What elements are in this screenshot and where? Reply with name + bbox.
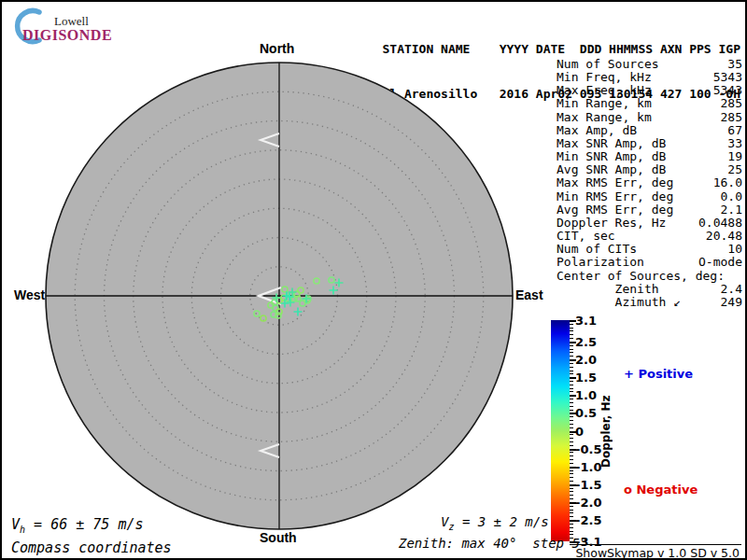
stat-label: Avg SNR Amp, dB — [557, 163, 666, 176]
stat-label: Max SNR Amp, dB — [557, 137, 666, 150]
compass-label-north: North — [260, 41, 294, 56]
colorbar-tick — [570, 459, 573, 460]
colorbar-tick-label: 1.0 — [575, 388, 597, 402]
stat-value: 249 — [721, 296, 742, 309]
colorbar-tick-label: 0 — [575, 425, 584, 439]
stat-label: Min SNR Amp, dB — [557, 150, 666, 163]
stat-label: Max Range, km — [557, 111, 652, 124]
stat-value: 285 — [721, 97, 742, 110]
stat-value: 285 — [721, 111, 742, 124]
stat-label: CIT, sec — [557, 230, 615, 243]
stat-label: Avg RMS Err, deg — [557, 203, 673, 217]
legend-negative: o Negative — [624, 483, 698, 497]
stat-row: Max RMS Err, deg16.0 — [557, 176, 742, 189]
measurement-stats-panel: Num of Sources35Min Freq, kHz5343Max Fre… — [557, 58, 742, 309]
colorbar-tick — [570, 424, 573, 425]
colorbar-tick-label: 0.5 — [575, 406, 597, 420]
colorbar-tick — [570, 527, 573, 528]
stat-label: Doppler Res, Hz — [557, 217, 666, 230]
stat-value: 19 — [727, 150, 742, 163]
stat-row: Max Amp, dB67 — [557, 124, 742, 137]
colorbar-tick — [570, 416, 573, 417]
vertical-velocity-value: Vz = 3 ± 2 m/s — [441, 514, 549, 532]
legend-positive-label: Positive — [634, 367, 693, 381]
stat-label: Polarization — [557, 256, 644, 269]
stat-row: Num of CITs10 — [557, 243, 742, 256]
stat-label: Max RMS Err, deg — [557, 176, 673, 189]
stat-value: 67 — [727, 124, 742, 137]
legend-negative-label: Negative — [632, 483, 698, 497]
circle-marker-icon: o — [624, 483, 632, 497]
colorbar-tick — [570, 463, 573, 464]
colorbar-tick — [570, 373, 573, 374]
stat-row: Min Freq, kHz5343 — [557, 71, 742, 84]
colorbar-tick — [570, 356, 573, 357]
zenith-scale-note: Zenith: max 40° step 5° — [399, 536, 587, 551]
stat-label: Zenith — [557, 283, 659, 296]
stat-label: Max Freq, kHz — [557, 84, 652, 97]
compass-label-west: West — [14, 287, 45, 302]
stat-value: 0.0 — [721, 190, 742, 203]
colorbar-tick-label: -1.5 — [575, 478, 601, 492]
colorbar-tick — [570, 410, 573, 411]
stat-row: Center of Sources, deg: — [557, 270, 742, 283]
stat-row: Min SNR Amp, dB19 — [557, 150, 742, 163]
colorbar-tick — [570, 473, 573, 474]
stat-value: 20.48 — [706, 230, 742, 243]
colorbar-gradient — [551, 320, 570, 541]
compass-label-east: East — [515, 287, 543, 302]
colorbar-tick — [570, 420, 573, 421]
plus-marker-icon: + — [624, 367, 634, 381]
colorbar-tick — [570, 406, 573, 407]
stat-label: Max Amp, dB — [557, 124, 637, 137]
stat-label: Min Range, km — [557, 97, 652, 110]
doppler-colorbar: 3.12.52.01.51.00.50-0.5-1.0-1.5-2.0-2.5-… — [551, 320, 607, 541]
colorbar-tick-label: -0.5 — [575, 442, 601, 456]
colorbar-tick — [570, 385, 573, 385]
colorbar-tick — [570, 498, 573, 499]
stat-row: Min RMS Err, deg0.0 — [557, 190, 742, 203]
colorbar-tick — [570, 399, 573, 399]
stat-label: Min Freq, kHz — [557, 71, 652, 84]
colorbar-tick — [570, 512, 573, 513]
stat-value: 0.0488 — [698, 217, 742, 230]
horizontal-velocity-value: Vh = 66 ± 75 m/s — [11, 516, 144, 535]
colorbar-tick — [570, 352, 573, 353]
colorbar-tick — [570, 367, 573, 368]
stat-value: 16.0 — [713, 176, 742, 189]
coordinates-note: Compass coordinates — [11, 539, 172, 556]
stat-value: 2.1 — [721, 203, 742, 217]
colorbar-tick — [570, 481, 573, 482]
colorbar-tick — [570, 488, 573, 489]
colorbar-tick-label: -1.0 — [575, 460, 601, 474]
stat-value: 25 — [727, 163, 742, 176]
stat-row: CIT, sec20.48 — [557, 230, 742, 243]
colorbar-tick — [570, 477, 573, 478]
colorbar-tick — [570, 349, 573, 350]
colorbar-tick — [570, 334, 573, 335]
stat-value: 5343 — [713, 84, 742, 97]
stat-row: Doppler Res, Hz0.0488 — [557, 217, 742, 230]
stat-label: Center of Sources, deg: — [557, 270, 725, 283]
colorbar-tick — [570, 381, 573, 382]
stat-row: Num of Sources35 — [557, 58, 742, 71]
colorbar-tick — [570, 470, 573, 471]
colorbar-tick — [570, 330, 573, 331]
stat-value: 5343 — [713, 71, 742, 84]
colorbar-tick — [570, 438, 573, 439]
colorbar-tick — [570, 516, 573, 517]
colorbar-tick — [570, 524, 573, 525]
stat-value: O-mode — [698, 256, 742, 269]
colorbar-axis-title: Doppler, Hz — [599, 368, 613, 495]
stat-row: Max Freq, kHz5343 — [557, 84, 742, 97]
stat-row: Zenith2.4 — [557, 283, 742, 296]
colorbar-tick-label: 2.5 — [575, 335, 597, 349]
stat-row: Max SNR Amp, dB33 — [557, 137, 742, 150]
colorbar-tick — [570, 388, 573, 389]
colorbar-tick-label: 3.1 — [575, 314, 597, 328]
colorbar-tick — [570, 434, 573, 435]
stat-label: Num of Sources — [557, 58, 659, 71]
stat-row: PolarizationO-mode — [557, 256, 742, 269]
version-label: ShowSkymap v 1.0 SD v 5.0 — [570, 544, 741, 560]
stat-value: 35 — [727, 58, 742, 71]
